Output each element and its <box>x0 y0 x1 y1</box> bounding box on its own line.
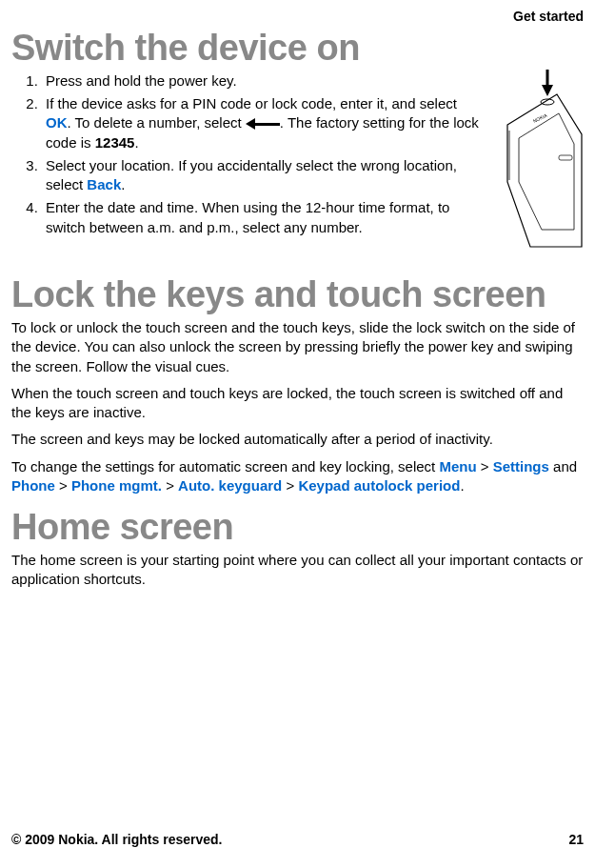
sep: > <box>282 477 298 494</box>
ok-link: OK <box>46 114 68 131</box>
svg-marker-1 <box>542 85 553 96</box>
step-3-text-b: . <box>121 176 125 192</box>
heading-lock-keys: Lock the keys and touch screen <box>11 276 584 313</box>
lock-para-1: To lock or unlock the touch screen and t… <box>11 318 584 376</box>
phone-mgmt-link: Phone mgmt. <box>71 477 162 494</box>
device-illustration: NOKIA <box>488 68 584 253</box>
heading-home-screen: Home screen <box>11 509 584 545</box>
sep: > <box>477 458 493 474</box>
lock-p4-a: To change the settings for automatic scr… <box>11 458 439 474</box>
back-arrow-icon <box>246 118 280 130</box>
back-link: Back <box>87 176 121 192</box>
phone-link: Phone <box>11 477 55 494</box>
auto-keyguard-link: Auto. keyguard <box>178 477 282 494</box>
heading-switch-device-on: Switch the device on <box>11 30 584 66</box>
menu-link: Menu <box>439 458 476 474</box>
footer: © 2009 Nokia. All rights reserved. 21 <box>11 831 584 849</box>
sep: > <box>162 477 178 494</box>
step-2-text-d: . <box>134 134 138 151</box>
lock-para-3: The screen and keys may be locked automa… <box>11 430 584 449</box>
section-header: Get started <box>11 8 584 26</box>
keypad-autolock-link: Keypad autolock period <box>298 477 460 494</box>
lock-p4-c: . <box>460 477 464 494</box>
sep: > <box>55 477 71 494</box>
home-para-1: The home screen is your starting point w… <box>11 551 584 590</box>
lock-p4-b: and <box>549 458 577 474</box>
step-2-text-b: . To delete a number, select <box>68 114 246 131</box>
step-4: Enter the date and time. When using the … <box>42 198 508 237</box>
step-3: Select your location. If you accidentall… <box>42 156 504 195</box>
step-2: If the device asks for a PIN code or loc… <box>42 94 504 152</box>
copyright: © 2009 Nokia. All rights reserved. <box>11 832 222 847</box>
lock-para-2: When the touch screen and touch keys are… <box>11 384 584 423</box>
step-2-text-a: If the device asks for a PIN code or loc… <box>46 95 457 111</box>
lock-para-4: To change the settings for automatic scr… <box>11 457 584 496</box>
settings-link: Settings <box>493 458 549 474</box>
lock-code: 12345 <box>95 134 135 151</box>
page-number: 21 <box>568 831 584 849</box>
